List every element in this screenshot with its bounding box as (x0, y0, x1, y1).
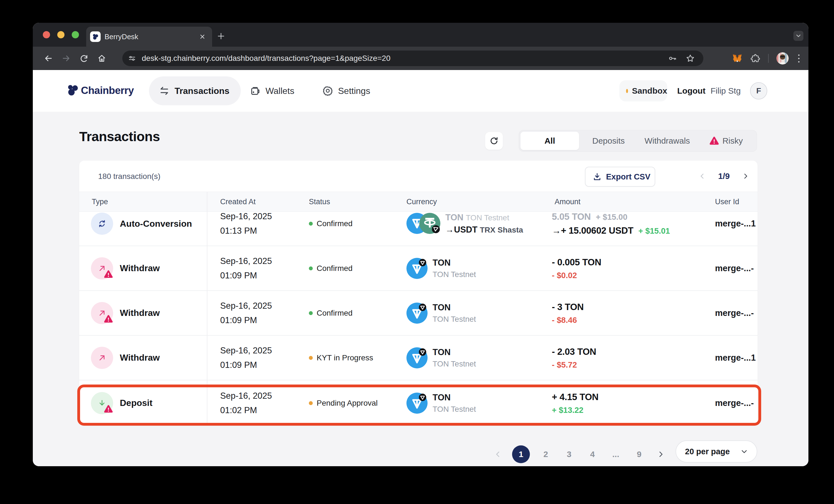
new-tab-button[interactable] (217, 32, 225, 40)
table-row-highlighted[interactable]: Deposit Sep-16, 2025 01:02 PM Pending Ap… (79, 380, 758, 426)
transaction-type: Withdraw (120, 352, 160, 363)
tab-close-icon[interactable] (198, 32, 206, 41)
browser-menu-icon[interactable] (796, 54, 801, 63)
table-header: Type Created At Status Currency Amount U… (79, 192, 758, 212)
browser-tab[interactable]: BerryDesk (86, 27, 212, 47)
user-id-cell: merge-...- (712, 264, 758, 273)
amount: + 4.15 TON (552, 390, 712, 404)
refresh-button[interactable] (485, 132, 503, 150)
browser-profile-avatar[interactable] (776, 52, 789, 65)
status-cell: Confirmed (307, 264, 405, 273)
browser-window: BerryDesk desk-stg.chainbe (33, 23, 808, 466)
extensions-puzzle-icon[interactable] (750, 53, 760, 63)
column-currency: Currency (405, 198, 552, 206)
created-date: Sep-16, 2025 (220, 299, 307, 313)
site-settings-icon[interactable] (128, 54, 136, 63)
transfer-arrows-icon (159, 86, 170, 96)
tab-deposits[interactable]: Deposits (579, 132, 638, 150)
currency-pair-icons (407, 213, 440, 234)
currency-cell: TON TON Testnet (405, 346, 552, 369)
column-user-id: User Id (712, 198, 758, 206)
back-button[interactable] (40, 54, 57, 63)
table-row[interactable]: Withdraw Sep-16, 2025 01:09 PM Confirmed (79, 246, 758, 291)
tab-all[interactable]: All (521, 132, 579, 150)
tab-search-chevron-icon[interactable] (793, 31, 804, 41)
export-csv-button[interactable]: Export CSV (585, 167, 655, 187)
created-at-cell: Sep-16, 2025 01:09 PM (207, 343, 307, 372)
created-time: 01:13 PM (220, 224, 307, 238)
status-label: Confirmed (316, 309, 352, 318)
tab-risky[interactable]: Risky (697, 132, 755, 150)
page-button[interactable]: 4 (585, 450, 600, 459)
withdraw-icon (91, 347, 113, 369)
status-dot-pending (309, 401, 313, 405)
home-button[interactable] (93, 54, 111, 63)
forward-button[interactable] (57, 54, 75, 63)
user-id: merge-...- (715, 308, 754, 318)
currency-network: TON Testnet (433, 404, 476, 415)
user-id-cell: merge-...- (712, 308, 758, 318)
download-icon (593, 172, 601, 181)
nav-item-wallets[interactable]: Wallets (250, 76, 294, 105)
user-id-cell: merge-...1 (712, 219, 758, 229)
usdt-coin-icon (419, 213, 440, 234)
toolbar-divider (768, 54, 769, 63)
reload-button[interactable] (75, 54, 93, 63)
page-indicator: 1/9 (718, 171, 730, 181)
amount: - 0.005 TON (552, 255, 712, 269)
nav-item-settings[interactable]: Settings (323, 76, 370, 105)
column-amount: Amount (552, 198, 712, 206)
created-date: Sep-16, 2025 (220, 343, 307, 358)
per-page-select[interactable]: 20 per page (676, 440, 757, 463)
environment-badge: Sandbox (619, 80, 667, 101)
page-button[interactable]: 2 (538, 450, 553, 459)
status-cell: Pending Approval (307, 399, 405, 408)
close-window-button[interactable] (43, 31, 50, 38)
pager-next-icon[interactable] (742, 173, 749, 180)
from-network: TON Testnet (466, 213, 509, 222)
page-button-current[interactable]: 1 (512, 445, 530, 463)
amount-cell: - 0.005 TON - $0.02 (552, 255, 712, 281)
pagination-prev-icon[interactable] (492, 450, 504, 458)
minimize-window-button[interactable] (57, 31, 65, 38)
chevron-down-icon (741, 448, 748, 455)
table-row[interactable]: Auto-Conversion Sep-16, 2025 01:13 PM Co… (79, 212, 758, 246)
address-bar[interactable]: desk-stg.chainberry.com/dashboard/transa… (122, 50, 703, 66)
created-time: 01:02 PM (220, 403, 307, 418)
nav-item-transactions[interactable]: Transactions (149, 76, 241, 105)
user-id: merge-...- (715, 398, 754, 408)
currency-cell: TON TON Testnet (405, 301, 552, 325)
currency-network: TON Testnet (433, 314, 476, 325)
amount-cell: + 4.15 TON + $13.22 (552, 390, 712, 416)
tab-withdrawals[interactable]: Withdrawals (638, 132, 697, 150)
browser-toolbar: desk-stg.chainberry.com/dashboard/transa… (33, 47, 808, 70)
metamask-extension-icon[interactable] (732, 53, 743, 64)
created-date: Sep-16, 2025 (220, 212, 307, 224)
pagination-next-icon[interactable] (655, 450, 667, 458)
column-created-at: Created At (207, 198, 307, 206)
table-row[interactable]: Withdraw Sep-16, 2025 01:09 PM Confirmed (79, 291, 758, 336)
url-text[interactable]: desk-stg.chainberry.com/dashboard/transa… (142, 54, 668, 63)
bookmark-star-icon[interactable] (685, 54, 695, 63)
user-avatar[interactable]: F (750, 82, 767, 99)
sandbox-label: Sandbox (632, 86, 667, 96)
user-id-cell: merge-...1 (712, 353, 758, 363)
page-button[interactable]: 9 (632, 450, 646, 459)
table-row[interactable]: Withdraw Sep-16, 2025 01:09 PM KYT in Pr… (79, 336, 758, 380)
chainberry-logo[interactable]: Chainberry (66, 84, 134, 97)
deposit-icon (91, 392, 113, 414)
to-network: TRX Shasta (480, 226, 523, 234)
wallet-icon (250, 86, 261, 96)
pager-prev-icon[interactable] (699, 173, 706, 180)
amount-cell: - 2.03 TON - $5.72 (552, 345, 712, 371)
page-button[interactable]: 3 (562, 450, 576, 459)
created-time: 01:09 PM (220, 358, 307, 372)
logout-button[interactable]: Logout (677, 86, 706, 96)
password-key-icon[interactable] (668, 54, 677, 63)
transaction-count: 180 transaction(s) (98, 172, 160, 181)
zoom-window-button[interactable] (72, 31, 79, 38)
page-title: Transactions (79, 129, 160, 144)
ton-coin-icon (407, 302, 427, 324)
created-at-cell: Sep-16, 2025 01:13 PM (207, 212, 307, 238)
nav-transactions-label: Transactions (175, 86, 229, 96)
